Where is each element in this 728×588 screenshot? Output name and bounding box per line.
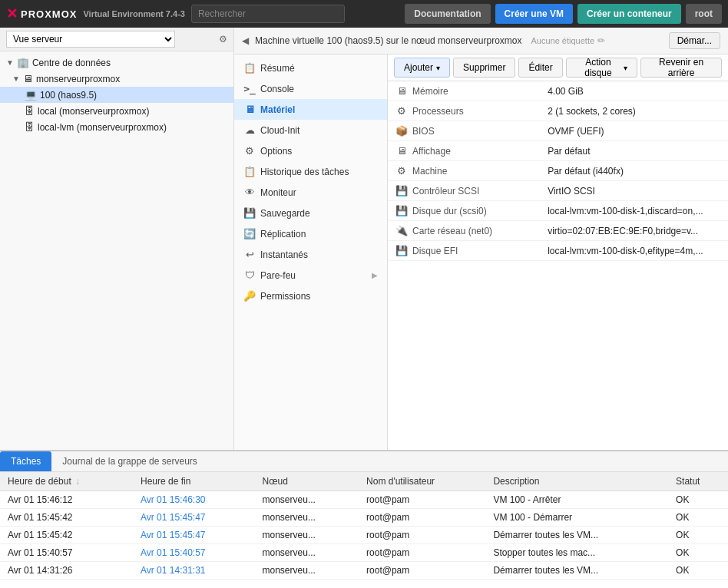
tab-journal[interactable]: Journal de la grappe de serveurs	[51, 451, 207, 471]
task-start: Avr 01 14:31:26	[0, 562, 133, 580]
nav-item-historique[interactable]: 📋 Historique des tâches	[234, 161, 387, 182]
table-row[interactable]: Avr 01 15:46:12 Avr 01 15:46:30 monserve…	[0, 491, 728, 509]
bottom-panel: Tâches Journal de la grappe de serveurs …	[0, 450, 728, 588]
nav-item-cloud[interactable]: ☁ Cloud-Init	[234, 120, 387, 140]
task-node: monserveu...	[255, 509, 359, 527]
sort-icon: ↓	[75, 476, 80, 487]
col-status: Statut	[668, 472, 728, 491]
nav-item-options[interactable]: ⚙ Options	[234, 140, 387, 161]
table-row[interactable]: 📦 BIOS OVMF (UEFI)	[388, 121, 728, 141]
hw-label: 💾 Disque dur (scsi0)	[388, 201, 526, 220]
task-user: root@pam	[359, 562, 485, 580]
main-layout: Vue serveur ⚙ ▼ 🏢 Centre de données ▼ 🖥 …	[0, 28, 728, 450]
hw-row-icon: 💾	[395, 245, 408, 256]
table-row[interactable]: Avr 01 15:45:42 Avr 01 15:45:47 monserve…	[0, 509, 728, 527]
hw-row-icon: ⚙	[395, 165, 408, 177]
task-start: Avr 01 15:45:42	[0, 527, 133, 544]
hw-value: Par défaut (i440fx)	[540, 161, 728, 181]
nav-item-permissions[interactable]: 🔑 Permissions	[234, 286, 387, 306]
nav-item-resume[interactable]: 📋 Résumé	[234, 58, 387, 78]
tasks-table: Heure de début ↓ Heure de fin Nœud Nom d…	[0, 472, 728, 580]
edit-tag-icon[interactable]: ✏	[597, 35, 605, 46]
tree-item-vm100[interactable]: 💻 100 (haos9.5)	[0, 87, 233, 103]
backup-icon: 💾	[243, 207, 256, 219]
tree-item-node[interactable]: ▼ 🖥 monserveurproxmox	[0, 71, 233, 87]
action-disque-button[interactable]: Action disque	[566, 58, 637, 78]
hw-value: local-lvm:vm-100-disk-0,efitype=4m,...	[540, 241, 728, 261]
detail-panel: Ajouter Supprimer Éditer Action disque R…	[388, 55, 728, 450]
history-icon: 📋	[243, 166, 256, 177]
task-user: root@pam	[359, 527, 485, 544]
detail-toolbar: Ajouter Supprimer Éditer Action disque R…	[388, 55, 728, 81]
table-row[interactable]: 💾 Contrôleur SCSI VirtIO SCSI	[388, 181, 728, 201]
nav-label-materiel: Matériel	[260, 104, 295, 115]
topbar: ✕ PROXMOX Virtual Environment 7.4-3 Docu…	[0, 0, 728, 28]
hw-label: 📦 BIOS	[388, 121, 526, 140]
ajouter-button[interactable]: Ajouter	[394, 58, 450, 78]
tab-taches[interactable]: Tâches	[0, 451, 51, 471]
nav-item-materiel[interactable]: 🖥 Matériel	[234, 99, 387, 120]
vm-icon: 💻	[25, 89, 37, 101]
view-selector[interactable]: Vue serveur	[6, 31, 175, 48]
nav-item-parefeu[interactable]: 🛡 Pare-feu ▶	[234, 265, 387, 286]
table-row[interactable]: 🖥 Mémoire 4.00 GiB	[388, 81, 728, 101]
hw-row-icon: 💾	[395, 205, 408, 216]
storage-icon-locallvm: 🗄	[25, 121, 35, 133]
revenir-button[interactable]: Revenir en arrière	[640, 58, 722, 78]
logo-brand: PROXMOX	[21, 8, 77, 20]
nav-item-instantanes[interactable]: ↩ Instantanés	[234, 244, 387, 265]
task-node: monserveu...	[255, 527, 359, 544]
task-start: Avr 01 15:45:42	[0, 509, 133, 527]
content-title: Machine virtuelle 100 (haos9.5) sur le n…	[255, 35, 522, 46]
tag-area: Aucune étiquette ✏	[531, 35, 606, 46]
console-icon: >_	[243, 83, 256, 94]
locallvm-label: local-lvm (monserveurproxmox)	[38, 122, 167, 133]
datacenter-label: Centre de données	[32, 58, 111, 68]
content-area: ◀ Machine virtuelle 100 (haos9.5) sur le…	[234, 28, 728, 450]
table-row[interactable]: 🔌 Carte réseau (net0) virtio=02:07:EB:EC…	[388, 221, 728, 241]
table-row[interactable]: ⚙ Processeurs 2 (1 sockets, 2 cores)	[388, 101, 728, 121]
table-row[interactable]: Avr 01 15:40:57 Avr 01 15:40:57 monserve…	[0, 544, 728, 562]
search-input[interactable]	[191, 5, 345, 23]
task-desc: VM 100 - Démarrer	[485, 509, 668, 527]
topbar-actions: Documentation Créer une VM Créer un cont…	[405, 4, 722, 24]
start-button[interactable]: Démar...	[669, 32, 720, 49]
storage-icon-local: 🗄	[25, 105, 35, 117]
create-vm-button[interactable]: Créer une VM	[495, 4, 573, 24]
nav-item-console[interactable]: >_ Console	[234, 78, 387, 99]
nav-item-sauvegarde[interactable]: 💾 Sauvegarde	[234, 203, 387, 223]
nav-item-moniteur[interactable]: 👁 Moniteur	[234, 182, 387, 203]
content-header: ◀ Machine virtuelle 100 (haos9.5) sur le…	[234, 28, 728, 55]
col-user: Nom d'utilisateur	[359, 472, 485, 491]
documentation-button[interactable]: Documentation	[405, 4, 490, 24]
tree-item-datacenter[interactable]: ▼ 🏢 Centre de données	[0, 55, 233, 71]
create-container-button[interactable]: Créer un conteneur	[577, 4, 681, 24]
table-row[interactable]: ⚙ Machine Par défaut (i440fx)	[388, 161, 728, 181]
table-row[interactable]: 🖥 Affichage Par défaut	[388, 141, 728, 161]
tree-item-local[interactable]: 🗄 local (monserveurproxmox)	[0, 103, 233, 119]
hw-label: 🖥 Mémoire	[388, 81, 526, 101]
task-start: Avr 01 15:46:12	[0, 491, 133, 509]
table-row[interactable]: Avr 01 14:31:26 Avr 01 14:31:31 monserve…	[0, 562, 728, 580]
nav-panel: 📋 Résumé >_ Console 🖥 Matériel ☁ Cloud-I…	[234, 55, 388, 450]
nav-item-replication[interactable]: 🔄 Réplication	[234, 223, 387, 244]
task-desc: Démarrer toutes les VM...	[485, 527, 668, 544]
cloud-icon: ☁	[243, 124, 256, 136]
task-user: root@pam	[359, 491, 485, 509]
nav-label-options: Options	[260, 146, 292, 157]
task-desc: Démarrer toutes les VM...	[485, 562, 668, 580]
firewall-icon: 🛡	[243, 269, 256, 281]
user-menu-button[interactable]: root	[686, 4, 722, 24]
logo-x-icon: ✕	[6, 5, 18, 22]
editer-button[interactable]: Éditer	[518, 58, 562, 78]
table-row[interactable]: Avr 01 15:45:42 Avr 01 15:45:47 monserve…	[0, 527, 728, 544]
tree-arrow-dc: ▼	[6, 58, 14, 67]
supprimer-button[interactable]: Supprimer	[453, 58, 515, 78]
table-row[interactable]: 💾 Disque dur (scsi0) local-lvm:vm-100-di…	[388, 201, 728, 221]
task-end: Avr 01 15:45:47	[133, 509, 255, 527]
tree-item-locallvm[interactable]: 🗄 local-lvm (monserveurproxmox)	[0, 119, 233, 135]
options-icon: ⚙	[243, 145, 256, 157]
hw-value: 2 (1 sockets, 2 cores)	[540, 101, 728, 121]
table-row[interactable]: 💾 Disque EFI local-lvm:vm-100-disk-0,efi…	[388, 241, 728, 261]
gear-icon[interactable]: ⚙	[219, 34, 227, 45]
